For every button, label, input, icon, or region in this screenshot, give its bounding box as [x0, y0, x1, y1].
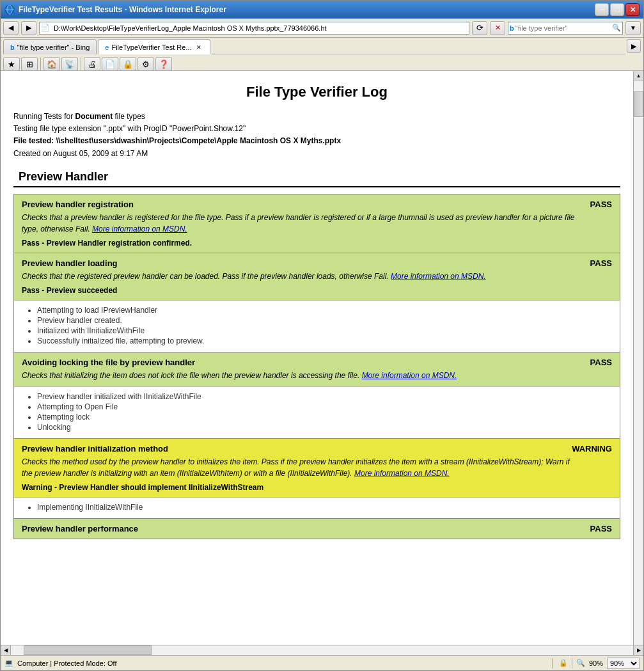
- test-header-initialization: Preview handler initialization method Ch…: [14, 439, 620, 497]
- list-item: Successfully initialized file, attemptin…: [37, 336, 612, 345]
- search-icon[interactable]: 🔍: [612, 24, 621, 32]
- zoom-icon: 🔍: [576, 659, 585, 667]
- test-card-locking: Avoiding locking the file by preview han…: [13, 352, 620, 439]
- test-title-initialization: Preview handler initialization method: [22, 444, 572, 454]
- browser-icon: [4, 4, 15, 15]
- page-title: File Type Verifier Log: [13, 84, 620, 100]
- address-bar: ◀ ▶ 📄 ⟳ ✕ b 🔍 ▼: [1, 19, 643, 38]
- list-item: Attempting lock: [37, 413, 612, 422]
- test-details-initialization: Implementing IInitializeWithFile: [14, 497, 620, 518]
- list-item: Preview handler created.: [37, 316, 612, 325]
- main-area: File Type Verifier Log Running Tests for…: [1, 71, 643, 645]
- forward-button[interactable]: ▶: [21, 21, 36, 35]
- window-title: FileTypeVerifier Test Results - Windows …: [19, 5, 591, 14]
- file-info-line1: Running Tests for Document file types: [13, 111, 620, 123]
- close-button[interactable]: ✕: [625, 3, 640, 16]
- content-area: File Type Verifier Log Running Tests for…: [1, 71, 633, 645]
- title-bar: FileTypeVerifier Test Results - Windows …: [1, 1, 643, 19]
- tab-close-button[interactable]: ✕: [194, 43, 203, 52]
- tools-button[interactable]: ⚙: [137, 57, 154, 71]
- test-header-loading: Preview handler loading Checks that the …: [14, 253, 620, 300]
- status-bar: 💻 Computer | Protected Mode: Off 🔒 🔍 90%…: [1, 655, 643, 670]
- scroll-right-button[interactable]: ▶: [633, 645, 643, 655]
- status-left: 💻 Computer | Protected Mode: Off: [4, 659, 546, 667]
- test-status-locking: PASS: [590, 358, 612, 367]
- msdn-link-loading[interactable]: More information on MSDN.: [391, 272, 486, 281]
- search-input[interactable]: [515, 22, 612, 34]
- minimize-button[interactable]: ─: [595, 3, 609, 16]
- file-info-line4: Created on August 05, 2009 at 9:17 AM: [13, 148, 620, 160]
- tab-spacer: [212, 39, 625, 54]
- horiz-scroll-thumb[interactable]: [24, 645, 152, 655]
- zoom-select[interactable]: 90% 100% 125%: [607, 658, 640, 669]
- test-header-left-initialization: Preview handler initialization method Ch…: [22, 444, 572, 492]
- print-button[interactable]: 🖨: [84, 57, 100, 71]
- test-header-left-loading: Preview handler loading Checks that the …: [22, 258, 486, 295]
- horiz-scroll-track: [11, 645, 633, 655]
- tab-label-ftv: FileTypeVerifier Test Re...: [111, 43, 191, 51]
- file-info-line3: File tested: \\shelltest\users\dwashin\P…: [13, 135, 620, 147]
- toolbar-icons-row: ★ ⊞ 🏠 📡 🖨 📄 🔒 ⚙ ❓: [3, 57, 641, 71]
- security-icon: 📄: [41, 24, 50, 32]
- computer-icon: 💻: [4, 659, 13, 667]
- favorites-list-button[interactable]: ⊞: [21, 57, 38, 71]
- msdn-link-locking[interactable]: More information on MSDN.: [362, 371, 457, 380]
- tab-favicon-ftv: e: [105, 43, 109, 51]
- test-status-registration: PASS: [590, 200, 612, 209]
- test-title-registration: Preview handler registration: [22, 200, 590, 209]
- list-item: Implementing IInitializeWithFile: [37, 503, 612, 512]
- address-input[interactable]: [51, 22, 467, 34]
- rss-button[interactable]: 📡: [61, 57, 78, 71]
- msdn-link-initialization[interactable]: More information on MSDN.: [354, 469, 450, 478]
- tab-label-bing: "file type verifier" - Bing: [17, 43, 90, 51]
- list-item: Attempting to load IPreviewHandler: [37, 306, 612, 315]
- lock-status-icon: 🔒: [559, 659, 568, 667]
- help-button[interactable]: ❓: [155, 57, 172, 71]
- tab-favicon-bing: b: [10, 43, 15, 51]
- tab-bing[interactable]: b "file type verifier" - Bing: [3, 39, 97, 54]
- window-controls: ─ □ ✕: [595, 3, 640, 16]
- favorites-button[interactable]: ★: [3, 57, 20, 71]
- safety-button[interactable]: 🔒: [120, 57, 136, 71]
- test-status-initialization: WARNING: [572, 444, 612, 454]
- scroll-thumb[interactable]: [634, 91, 643, 117]
- test-header-left-performance: Preview handler performance: [22, 524, 138, 533]
- page-button[interactable]: 📄: [102, 57, 118, 71]
- search-options-button[interactable]: ▼: [625, 21, 641, 35]
- toolbar-divider-2: [81, 58, 81, 70]
- vertical-scrollbar[interactable]: ▲: [633, 71, 643, 645]
- test-title-loading: Preview handler loading: [22, 258, 486, 268]
- list-item: Attempting to Open File: [37, 402, 612, 411]
- new-tab-button[interactable]: ▶: [627, 39, 641, 53]
- horizontal-scrollbar[interactable]: ◀ ▶: [1, 645, 643, 655]
- test-status-performance: PASS: [590, 524, 612, 533]
- test-card-registration: Preview handler registration Checks that…: [13, 194, 620, 253]
- test-header-locking: Avoiding locking the file by preview han…: [14, 352, 620, 386]
- scroll-left-button[interactable]: ◀: [1, 645, 11, 655]
- status-divider-2: [572, 658, 572, 668]
- test-header-registration: Preview handler registration Checks that…: [14, 194, 620, 253]
- list-item: Initialized with IInitializeWithFile: [37, 326, 612, 335]
- home-button[interactable]: 🏠: [43, 57, 60, 71]
- tab-filetypeverifier[interactable]: e FileTypeVerifier Test Re... ✕: [98, 39, 210, 54]
- test-desc-locking: Checks that initializing the item does n…: [22, 370, 457, 381]
- test-card-performance: Preview handler performance PASS: [13, 519, 620, 539]
- status-text: Computer | Protected Mode: Off: [17, 659, 117, 667]
- test-title-performance: Preview handler performance: [22, 524, 138, 533]
- toolbar-area: b "file type verifier" - Bing e FileType…: [1, 38, 643, 71]
- bing-logo: b: [510, 24, 514, 32]
- test-header-left: Preview handler registration Checks that…: [22, 200, 590, 248]
- scroll-up-button[interactable]: ▲: [634, 71, 643, 81]
- file-info: Running Tests for Document file types Te…: [13, 111, 620, 160]
- file-info-line2: Testing file type extension ".pptx" with…: [13, 123, 620, 135]
- msdn-link-registration[interactable]: More information on MSDN.: [92, 225, 187, 233]
- stop-button[interactable]: ✕: [490, 21, 505, 35]
- test-desc-loading: Checks that the registered preview handl…: [22, 271, 486, 282]
- test-header-left-locking: Avoiding locking the file by preview han…: [22, 358, 457, 381]
- maximize-button[interactable]: □: [610, 3, 624, 16]
- refresh-button[interactable]: ⟳: [472, 21, 487, 35]
- test-details-loading: Attempting to load IPreviewHandler Previ…: [14, 300, 620, 352]
- back-button[interactable]: ◀: [3, 21, 19, 35]
- status-divider: [552, 658, 553, 668]
- browser-window: FileTypeVerifier Test Results - Windows …: [0, 0, 644, 671]
